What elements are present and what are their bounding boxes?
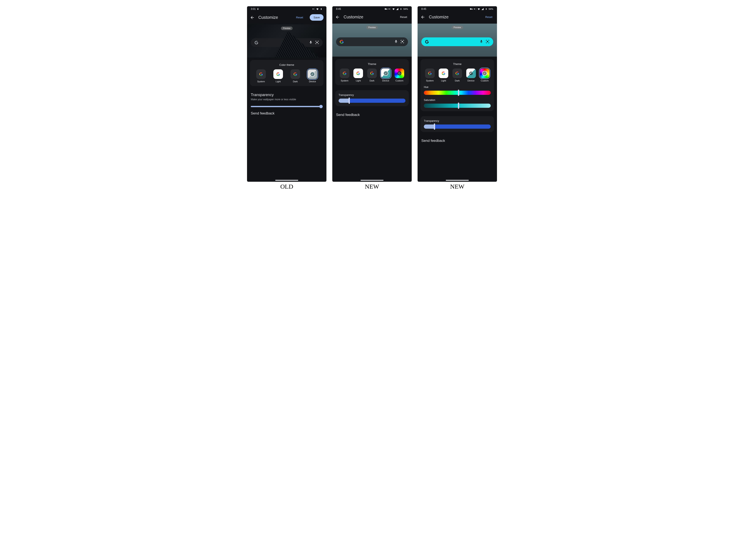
- lens-icon[interactable]: [315, 41, 319, 45]
- page-title: Customize: [258, 15, 291, 20]
- battery-percent: 94%: [489, 8, 493, 10]
- google-g-icon: [425, 39, 429, 44]
- nav-indicator[interactable]: [275, 180, 298, 181]
- battery-percent: 94%: [403, 8, 408, 10]
- save-button[interactable]: Save: [310, 14, 324, 21]
- hue-slider[interactable]: [424, 91, 491, 95]
- checkmark-icon: ✓: [383, 71, 388, 76]
- google-g-icon: [259, 72, 263, 76]
- theme-option-light[interactable]: Light: [270, 69, 286, 83]
- wifi-icon: [316, 7, 319, 10]
- google-g-icon: [455, 71, 459, 75]
- saturation-label: Saturation: [424, 98, 491, 102]
- statusbar: 8:45 94%: [417, 6, 497, 12]
- google-g-icon: [254, 40, 259, 45]
- transparency-title: Transparency: [251, 93, 323, 97]
- theme-option-custom[interactable]: ✓ Custom: [479, 69, 491, 82]
- statusbar: 8:45 94%: [332, 6, 412, 12]
- reset-button[interactable]: Reset: [294, 14, 305, 20]
- theme-option-light[interactable]: Light: [438, 69, 450, 82]
- google-g-icon: [469, 71, 473, 75]
- theme-option-device[interactable]: ✓ Device: [305, 69, 320, 83]
- transparency-label: Transparency: [424, 119, 491, 122]
- appbar: Customize Reset Save: [247, 12, 327, 25]
- theme-card-title: Color theme: [253, 63, 320, 67]
- vibrate-icon: [312, 7, 315, 10]
- nav-indicator[interactable]: [446, 180, 469, 181]
- theme-option-device[interactable]: Device: [465, 69, 477, 82]
- vpn-key-icon: [384, 7, 387, 10]
- back-icon[interactable]: [335, 15, 340, 19]
- google-g-icon: [397, 71, 402, 75]
- phone-new-device: 8:45 94% Customize Reset Preview The: [332, 6, 412, 182]
- mic-icon[interactable]: [479, 40, 484, 44]
- battery-icon: [400, 7, 403, 10]
- transparency-subtitle: Make your wallpaper more or less visible: [251, 98, 323, 101]
- preview-area: Preview: [332, 24, 412, 56]
- mic-icon[interactable]: [394, 40, 398, 44]
- theme-option-dark[interactable]: Dark: [288, 69, 303, 83]
- checkmark-icon: ✓: [310, 72, 315, 77]
- google-g-icon: [293, 72, 297, 76]
- theme-option-custom[interactable]: Custom: [393, 69, 405, 82]
- back-icon[interactable]: [250, 15, 255, 20]
- transparency-card: Transparency: [335, 90, 409, 106]
- google-g-icon: [342, 71, 347, 75]
- download-icon: [256, 7, 259, 10]
- transparency-slider[interactable]: [424, 124, 491, 129]
- appbar: Customize Reset: [332, 12, 412, 24]
- theme-option-system[interactable]: System: [253, 69, 269, 83]
- transparency-card: Transparency: [420, 116, 494, 132]
- mic-icon[interactable]: [309, 41, 313, 45]
- transparency-section: Transparency Make your wallpaper more or…: [247, 93, 327, 107]
- send-feedback-link[interactable]: Send feedback: [247, 107, 327, 120]
- theme-option-dark[interactable]: Dark: [366, 69, 378, 82]
- preview-chip: Preview: [366, 26, 378, 29]
- vpn-key-icon: [470, 7, 473, 10]
- theme-card: Theme System Light Dark ✓ Device Custom: [335, 59, 409, 85]
- signal-icon: [396, 7, 399, 10]
- theme-card-title: Theme: [424, 63, 491, 66]
- lens-icon[interactable]: [486, 40, 490, 44]
- nav-indicator[interactable]: [361, 180, 383, 181]
- appbar: Customize Reset: [417, 12, 497, 24]
- reset-button[interactable]: Reset: [484, 14, 494, 20]
- reset-button[interactable]: Reset: [398, 14, 409, 20]
- caption-new: NEW: [365, 183, 379, 190]
- page-title: Customize: [429, 14, 480, 19]
- checkmark-icon: ✓: [482, 71, 487, 76]
- preview-chip: Preview: [451, 26, 463, 29]
- transparency-slider[interactable]: [339, 98, 405, 103]
- theme-option-device[interactable]: ✓ Device: [380, 69, 392, 82]
- theme-card: Color theme System Light Dark ✓ Device: [250, 60, 324, 86]
- google-g-icon: [339, 39, 344, 44]
- wifi-icon: [392, 7, 395, 10]
- theme-option-system[interactable]: System: [424, 69, 436, 82]
- hue-label: Hue: [424, 86, 491, 88]
- theme-option-system[interactable]: System: [339, 69, 351, 82]
- send-feedback-link[interactable]: Send feedback: [332, 109, 412, 121]
- google-g-icon: [276, 72, 280, 76]
- phone-old: 3:01 Customize Reset Save Preview: [247, 6, 327, 182]
- search-bar-preview[interactable]: [336, 37, 408, 46]
- transparency-label: Transparency: [339, 93, 405, 96]
- lens-icon[interactable]: [401, 40, 405, 44]
- clock: 3:01: [251, 7, 256, 10]
- theme-option-light[interactable]: Light: [352, 69, 365, 82]
- google-g-icon: [370, 71, 374, 75]
- google-g-icon: [356, 71, 360, 75]
- search-bar-preview[interactable]: [251, 38, 323, 47]
- theme-option-dark[interactable]: Dark: [451, 69, 463, 82]
- saturation-slider[interactable]: [424, 104, 491, 108]
- caption-new: NEW: [450, 183, 464, 190]
- back-icon[interactable]: [420, 15, 425, 19]
- preview-chip: Preview: [281, 27, 293, 30]
- vibrate-icon: [388, 7, 391, 10]
- preview-area: Preview: [247, 25, 327, 57]
- page-title: Customize: [343, 14, 395, 19]
- search-bar-preview[interactable]: [421, 37, 493, 46]
- send-feedback-link[interactable]: Send feedback: [417, 134, 497, 147]
- clock: 8:45: [336, 7, 341, 10]
- transparency-slider[interactable]: [251, 106, 323, 107]
- preview-area: Preview: [417, 24, 497, 56]
